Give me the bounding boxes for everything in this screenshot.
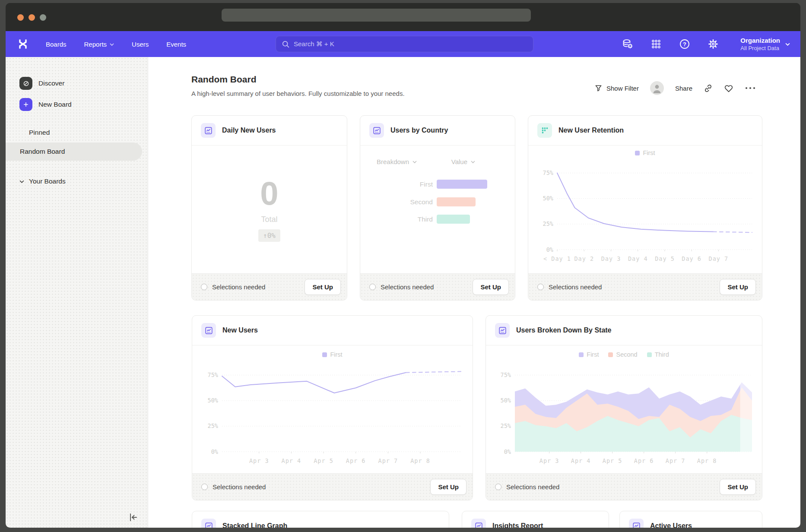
svg-text:0%: 0%: [504, 448, 511, 455]
address-bar[interactable]: [222, 9, 531, 22]
card-users-by-country: Users by Country Breakdown Value First: [360, 115, 515, 301]
line-chart-icon: [471, 519, 486, 528]
value-dropdown[interactable]: Value: [451, 158, 475, 165]
avatar[interactable]: [650, 81, 664, 95]
window-titlebar: [6, 3, 800, 31]
svg-text:Apr 8: Apr 8: [410, 457, 430, 464]
chevron-down-icon: [110, 43, 114, 46]
svg-text:Apr 4: Apr 4: [282, 457, 301, 464]
svg-text:25%: 25%: [543, 220, 553, 227]
line-chart-icon: [495, 323, 510, 338]
sidebar-item-new-board[interactable]: New Board: [19, 98, 72, 111]
page-title: Random Board: [191, 74, 405, 85]
org-switcher[interactable]: Organization All Project Data: [740, 36, 790, 52]
card-new-users: New Users First 75%50%25%0%Apr 3Apr 4Apr…: [192, 315, 473, 500]
kpi-value: 0: [260, 177, 278, 210]
set-up-button[interactable]: Set Up: [720, 279, 756, 295]
card-footer: Selections needed Set Up: [192, 473, 473, 500]
card-stacked-line-graph: Stacked Line Graph: [192, 511, 449, 528]
share-button[interactable]: Share: [675, 85, 692, 92]
favorite-heart-icon[interactable]: [724, 84, 733, 93]
traffic-light-close-icon[interactable]: [17, 14, 24, 21]
svg-text:Apr 3: Apr 3: [249, 457, 269, 464]
svg-text:75%: 75%: [501, 371, 511, 378]
traffic-light-zoom-icon[interactable]: [40, 14, 46, 21]
search-input[interactable]: Search ⌘ + K: [276, 36, 533, 52]
kpi-empty-state: 0 Total ↑0%: [192, 146, 347, 273]
legend-item: First: [322, 351, 342, 358]
mixpanel-logo-icon[interactable]: [17, 38, 29, 50]
breakdown-dropdown[interactable]: Breakdown: [377, 158, 417, 165]
help-icon[interactable]: ?: [678, 38, 691, 51]
show-filter-button[interactable]: Show Filter: [594, 84, 639, 92]
legend-swatch: [647, 352, 652, 357]
svg-text:Day 4: Day 4: [628, 255, 648, 262]
copy-link-icon[interactable]: [704, 84, 713, 93]
line-chart-icon: [369, 123, 384, 138]
card-title: Users Broken Down By State: [516, 326, 612, 334]
nav-item-users[interactable]: Users: [132, 41, 149, 48]
status-radio-icon: [495, 484, 501, 490]
chevron-down-icon: [19, 131, 24, 134]
svg-text:25%: 25%: [208, 422, 218, 429]
svg-text:Apr 6: Apr 6: [346, 457, 366, 464]
chart-legend: First: [528, 149, 762, 156]
legend-item: Second: [608, 351, 637, 358]
more-options-icon[interactable]: [745, 86, 756, 90]
set-up-button[interactable]: Set Up: [430, 479, 466, 495]
page-actions: Show Filter Share: [594, 81, 756, 95]
svg-text:Apr 6: Apr 6: [634, 457, 654, 464]
line-chart-icon: [201, 123, 216, 138]
svg-text:Apr 5: Apr 5: [314, 457, 333, 464]
kpi-label: Total: [261, 215, 277, 224]
legend-swatch: [322, 352, 327, 357]
svg-text:75%: 75%: [208, 371, 218, 378]
breakdown-bar: [437, 180, 487, 189]
svg-text:Apr 3: Apr 3: [539, 457, 559, 464]
svg-text:Apr 4: Apr 4: [571, 457, 591, 464]
card-footer: Selections needed Set Up: [360, 273, 515, 300]
svg-text:75%: 75%: [543, 169, 553, 176]
set-up-button[interactable]: Set Up: [305, 279, 341, 295]
sidebar-item-random-board[interactable]: Random Board: [6, 142, 142, 161]
chevron-down-icon: [471, 161, 475, 163]
nav-item-boards[interactable]: Boards: [46, 41, 67, 48]
main-content: Random Board A high-level summary of use…: [148, 57, 800, 528]
legend-item: First: [579, 351, 599, 358]
app-body: Discover New Board Pinned Random Board: [6, 57, 800, 528]
svg-text:50%: 50%: [543, 195, 553, 202]
collapse-sidebar-icon[interactable]: [127, 512, 139, 523]
page-subtitle: A high-level summary of user behaviors. …: [191, 90, 405, 97]
org-name: Organization: [740, 36, 780, 44]
navbar-right: ? Organization All P: [621, 31, 790, 57]
plus-icon: [19, 98, 32, 111]
sidebar-item-discover[interactable]: Discover: [19, 77, 64, 90]
card-footer: Selections needed Set Up: [528, 273, 762, 300]
sidebar-section-your-boards[interactable]: Your Boards: [19, 177, 66, 185]
retention-chart: 75%50%25%0%< Day 1Day 2Day 3Day 4Day 5Da…: [533, 157, 758, 267]
set-up-button[interactable]: Set Up: [720, 479, 756, 495]
legend-swatch: [579, 352, 584, 357]
legend-swatch: [608, 352, 613, 357]
set-up-button[interactable]: Set Up: [473, 279, 509, 295]
org-scope: All Project Data: [740, 44, 780, 52]
sidebar-section-pinned[interactable]: Pinned: [19, 129, 50, 136]
chevron-down-icon: [19, 180, 24, 183]
svg-text:50%: 50%: [208, 397, 218, 404]
breakdown-bar: [437, 215, 470, 224]
svg-text:25%: 25%: [501, 422, 511, 429]
apps-grid-icon[interactable]: [650, 38, 663, 51]
nav-item-reports[interactable]: Reports: [84, 41, 114, 48]
card-title: Stacked Line Graph: [222, 522, 287, 528]
card-footer: Selections needed Set Up: [486, 473, 762, 500]
card-daily-new-users: Daily New Users 0 Total ↑0% Selections n…: [191, 115, 347, 301]
chart-legend: First: [192, 351, 473, 358]
nav-item-events[interactable]: Events: [166, 41, 186, 48]
settings-gear-icon[interactable]: [707, 38, 720, 51]
svg-text:< Day 1: < Day 1: [543, 255, 571, 262]
data-management-icon[interactable]: [621, 38, 634, 51]
card-title: Users by Country: [390, 127, 448, 134]
traffic-light-minimize-icon[interactable]: [29, 14, 35, 21]
card-insights-report: Insights Report: [462, 511, 609, 528]
breakdown-row: First: [360, 180, 487, 189]
